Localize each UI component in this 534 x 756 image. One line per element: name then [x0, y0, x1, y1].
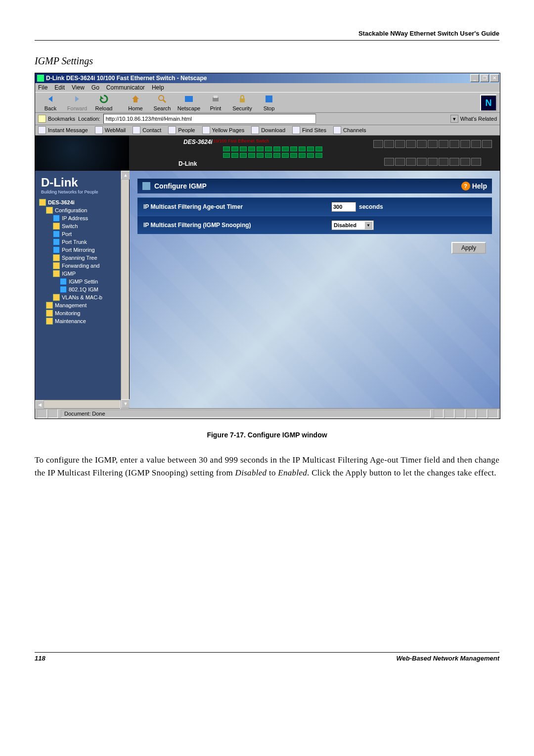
- yellow-pages-link[interactable]: Yellow Pages: [202, 126, 245, 134]
- find-sites-link[interactable]: Find Sites: [292, 126, 326, 134]
- device-brand: D-Link: [178, 160, 197, 167]
- tree-igmp-settings[interactable]: IGMP Settin: [39, 278, 129, 285]
- folder-icon: [53, 270, 60, 277]
- bookmarks-button[interactable]: Bookmarks: [38, 115, 75, 123]
- forward-button[interactable]: Forward: [65, 94, 89, 111]
- component-icon[interactable]: [477, 409, 487, 418]
- toolbar: Back Forward Reload Home Search Netscape…: [35, 92, 500, 113]
- tree-spanning-tree[interactable]: Spanning Tree: [39, 254, 129, 262]
- svg-line-1: [163, 100, 166, 102]
- menubar: File Edit View Go Communicator Help: [35, 83, 500, 92]
- help-button[interactable]: ?Help: [461, 182, 487, 190]
- tree-root[interactable]: DES-3624i: [39, 198, 129, 206]
- print-button[interactable]: Print: [203, 94, 228, 111]
- personal-bar: Instant Message WebMail Contact People Y…: [35, 125, 500, 136]
- folder-icon: [46, 207, 53, 214]
- sidebar-scrollbar-vertical[interactable]: ▲ ▼: [121, 171, 129, 408]
- channels-icon: [333, 126, 341, 134]
- svg-rect-3: [213, 97, 219, 101]
- ageout-unit: seconds: [359, 203, 383, 210]
- search-button[interactable]: Search: [150, 94, 175, 111]
- whats-related-button[interactable]: What's Related: [460, 116, 497, 122]
- stop-button[interactable]: Stop: [257, 94, 281, 111]
- home-icon: [130, 94, 141, 104]
- folder-icon: [39, 199, 46, 206]
- location-input[interactable]: http://10.10.86.123/html/Hmain.html: [103, 114, 316, 124]
- back-button[interactable]: Back: [38, 94, 63, 111]
- tree-igmp[interactable]: IGMP: [39, 270, 129, 278]
- scroll-up-button[interactable]: ▲: [121, 171, 130, 180]
- mail-icon: [95, 126, 103, 134]
- tree-switch[interactable]: Switch: [39, 222, 129, 230]
- download-link[interactable]: Download: [251, 126, 285, 134]
- people-icon: [168, 126, 176, 134]
- screenshot-window: D-Link DES-3624i 10/100 Fast Ethernet Sw…: [35, 73, 500, 419]
- folder-icon: [53, 262, 60, 269]
- tree-port-mirroring[interactable]: Port Mirroring: [39, 246, 129, 254]
- sidebar: D-Link Building Networks for People DES-…: [35, 171, 130, 408]
- menu-go[interactable]: Go: [91, 84, 99, 91]
- config-panel: Configure IGMP ?Help IP Multicast Filter…: [130, 171, 500, 408]
- folder-icon: [53, 294, 60, 301]
- close-button[interactable]: ✕: [490, 74, 499, 82]
- component-icon[interactable]: [466, 409, 476, 418]
- netscape-logo: N: [480, 94, 497, 111]
- tree-configuration[interactable]: Configuration: [39, 206, 129, 214]
- status-text: Document: Done: [61, 410, 431, 418]
- tree-8021q-igmp[interactable]: 802.1Q IGM: [39, 285, 129, 293]
- netscape-button[interactable]: Netscape: [177, 94, 201, 111]
- scroll-left-button[interactable]: ◀: [35, 400, 44, 409]
- component-icon[interactable]: [455, 409, 465, 418]
- tree-ip-address[interactable]: IP Address: [39, 214, 129, 222]
- tree-monitoring[interactable]: Monitoring: [39, 309, 129, 317]
- component-icon[interactable]: [488, 409, 498, 418]
- instant-message-link[interactable]: Instant Message: [38, 126, 88, 134]
- page-icon: [60, 278, 67, 285]
- netscape-icon: [183, 94, 194, 104]
- channels-link[interactable]: Channels: [333, 126, 366, 134]
- page-icon: [53, 238, 60, 245]
- svg-rect-5: [240, 98, 245, 102]
- minimize-button[interactable]: _: [470, 74, 479, 82]
- tree-port-trunk[interactable]: Port Trunk: [39, 238, 129, 246]
- ageout-input[interactable]: 300: [331, 202, 356, 212]
- component-icon[interactable]: [445, 409, 454, 418]
- print-icon: [210, 94, 221, 104]
- svg-point-0: [159, 95, 164, 100]
- port-leds: [223, 146, 322, 158]
- reload-button[interactable]: Reload: [91, 94, 116, 111]
- panel-title-bar: Configure IGMP ?Help: [137, 179, 492, 193]
- lock-icon: [237, 94, 248, 104]
- sidebar-scrollbar-horizontal[interactable]: ◀ ▶: [35, 400, 129, 408]
- window-title: D-Link DES-3624i 10/100 Fast Ethernet Sw…: [46, 75, 207, 82]
- tree-port[interactable]: Port: [39, 230, 129, 238]
- snooping-select[interactable]: Disabled ▼: [331, 220, 374, 230]
- people-link[interactable]: People: [168, 126, 195, 134]
- menu-file[interactable]: File: [38, 84, 47, 91]
- menu-view[interactable]: View: [72, 84, 85, 91]
- menu-edit[interactable]: Edit: [54, 84, 65, 91]
- apply-button[interactable]: Apply: [451, 242, 486, 254]
- tree-forwarding[interactable]: Forwarding and: [39, 262, 129, 270]
- tree-vlans-mac[interactable]: VLANs & MAC-b: [39, 293, 129, 301]
- webmail-link[interactable]: WebMail: [95, 126, 126, 134]
- tree-maintenance[interactable]: Maintenance: [39, 317, 129, 325]
- menu-help[interactable]: Help: [152, 84, 164, 91]
- header-rule: [35, 40, 499, 41]
- panel-title: Configure IGMP: [154, 182, 207, 190]
- ageout-label: IP Multicast Filtering Age-out Timer: [143, 203, 331, 210]
- page-icon: [53, 231, 60, 237]
- tree-management[interactable]: Management: [39, 301, 129, 309]
- contact-link[interactable]: Contact: [133, 126, 161, 134]
- location-dropdown[interactable]: ▾: [450, 115, 458, 123]
- device-ports: [365, 136, 500, 171]
- menu-communicator[interactable]: Communicator: [106, 84, 145, 91]
- component-icon[interactable]: [434, 409, 444, 418]
- maximize-button[interactable]: ❐: [480, 74, 489, 82]
- window-titlebar: D-Link DES-3624i 10/100 Fast Ethernet Sw…: [35, 73, 500, 83]
- scroll-down-button[interactable]: ▼: [121, 399, 130, 408]
- reload-icon: [98, 94, 109, 104]
- home-button[interactable]: Home: [123, 94, 148, 111]
- security-button[interactable]: Security: [230, 94, 255, 111]
- snooping-label: IP Multicast Filtering (IGMP Snooping): [143, 222, 331, 229]
